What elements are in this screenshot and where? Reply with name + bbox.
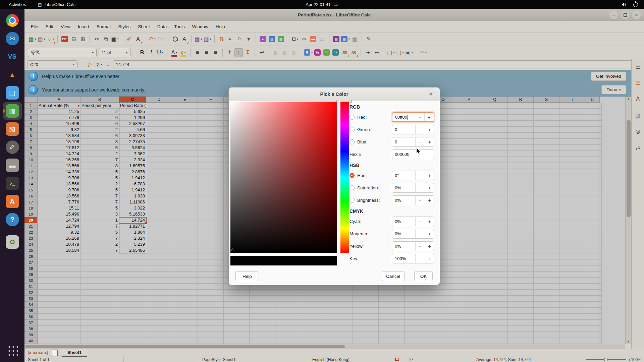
cell-A35[interactable] [38,308,80,314]
cell-B9[interactable]: 2 [80,151,119,157]
font-color-button[interactable]: A▾ [170,48,178,57]
cell-Q34[interactable] [482,302,508,308]
row-header-5[interactable]: 5 [24,127,38,133]
clone-formatting-button[interactable]: ✐ [125,35,133,44]
cell-M35[interactable] [379,308,405,314]
cell-U33[interactable] [585,296,599,302]
cell-x16[interactable] [599,193,602,199]
cell-F35[interactable] [198,308,224,314]
cell-M40[interactable] [379,338,405,344]
cell-L33[interactable] [353,296,379,302]
cell-U37[interactable] [585,320,599,326]
cell-S10[interactable] [534,157,559,163]
cell-Q21[interactable] [482,223,508,229]
cell-C34[interactable] [119,302,146,308]
cell-R24[interactable] [508,241,534,247]
cell-B33[interactable] [80,296,119,302]
cell-R39[interactable] [508,332,534,338]
cell-R40[interactable] [508,338,534,344]
cell-T19[interactable] [559,211,585,217]
cell-S29[interactable] [534,272,559,278]
get-involved-button[interactable]: Get involved [591,72,626,81]
cell-Q6[interactable] [482,133,508,139]
cell-D1[interactable] [146,103,172,109]
cell-x9[interactable] [599,151,602,157]
row-header-40[interactable]: 40 [24,338,38,344]
cell-x17[interactable] [599,199,602,205]
cell-U36[interactable] [585,314,599,320]
cell-A18[interactable]: 15.11 [38,205,80,211]
cell-Q28[interactable] [482,265,508,272]
cell-T28[interactable] [559,265,585,272]
cell-D31[interactable] [146,284,172,290]
row-header-28[interactable]: 28 [24,265,38,272]
select-all-corner[interactable] [24,97,38,103]
focused-app-indicator[interactable]: ▤ LibreOffice Calc [38,2,75,7]
cell-N34[interactable] [405,302,430,308]
cell-Q24[interactable] [482,241,508,247]
cell-R10[interactable] [508,157,534,163]
cell-E3[interactable] [172,115,198,121]
cell-C35[interactable] [119,308,146,314]
cell-B22[interactable]: 5 [80,229,119,235]
row-header-3[interactable]: 3 [24,115,38,121]
italic-button[interactable]: I [147,48,155,57]
menu-help[interactable]: Help [212,22,229,31]
cell-L34[interactable] [353,302,379,308]
yellow-input[interactable]: 0%−+ [392,241,434,251]
cell-E33[interactable] [172,296,198,302]
cell-D6[interactable] [146,133,172,139]
dock-item-help-app[interactable]: ? [3,211,22,228]
formula-icon[interactable]: = [105,62,111,67]
cell-U23[interactable] [585,235,599,241]
zoom-out-icon[interactable]: − [581,357,584,362]
cell-P40[interactable] [456,338,482,344]
cell-Q16[interactable] [482,193,508,199]
key-increment-button[interactable]: + [425,254,434,263]
cell-A12[interactable]: 14.338 [38,169,80,175]
cell-B32[interactable] [80,290,119,296]
cell-D20[interactable] [146,217,172,223]
cell-C16[interactable]: 1.938 [119,193,146,199]
cell-B31[interactable] [80,284,119,290]
document-modified-icon[interactable]: ⇩● [409,357,412,362]
cell-T6[interactable] [559,133,585,139]
cell-J40[interactable] [301,338,327,344]
row-header-17[interactable]: 17 [24,199,38,205]
row-header-23[interactable]: 23 [24,235,38,241]
insert-comment-button[interactable]: ▬ [309,35,317,44]
red-increment-button[interactable]: + [424,113,434,121]
cell-E38[interactable] [172,326,198,332]
power-icon[interactable] [633,2,638,7]
cell-A36[interactable] [38,314,80,320]
column-button[interactable]: ▥▾ [203,35,212,44]
cell-F15[interactable] [198,187,224,193]
zoom-level[interactable]: 100% [631,357,641,362]
cell-S30[interactable] [534,278,559,284]
merge-and-center-cells-button[interactable]: ▥ [272,48,280,57]
autofilter-button[interactable]: ▼ [245,35,253,44]
cell-Q23[interactable] [482,235,508,241]
cell-F24[interactable] [198,241,224,247]
cell-S12[interactable] [534,169,559,175]
cell-F16[interactable] [198,193,224,199]
cell-D28[interactable] [146,265,172,272]
cell-D21[interactable] [146,223,172,229]
delete-decimal-place-button[interactable]: .00✗ [350,48,358,57]
row-header-30[interactable]: 30 [24,278,38,284]
row-header-34[interactable]: 34 [24,302,38,308]
selection-summary[interactable]: Average: 14.724; Sum: 14.724 [476,357,531,362]
cell-G38[interactable] [224,326,250,332]
dropdown-arrow-icon[interactable]: ▾ [117,38,119,41]
cell-P30[interactable] [456,278,482,284]
cell-Q19[interactable] [482,211,508,217]
cell-D24[interactable] [146,241,172,247]
cell-P28[interactable] [456,265,482,272]
border-style-button[interactable]: ▢▾ [396,48,404,57]
blue-decrement-button[interactable]: − [415,137,425,146]
cell-S39[interactable] [534,332,559,338]
cell-F6[interactable] [198,133,224,139]
cell-T4[interactable] [559,121,585,127]
cell-B36[interactable] [80,314,119,320]
cell-A2[interactable]: 11.25 [38,109,80,115]
